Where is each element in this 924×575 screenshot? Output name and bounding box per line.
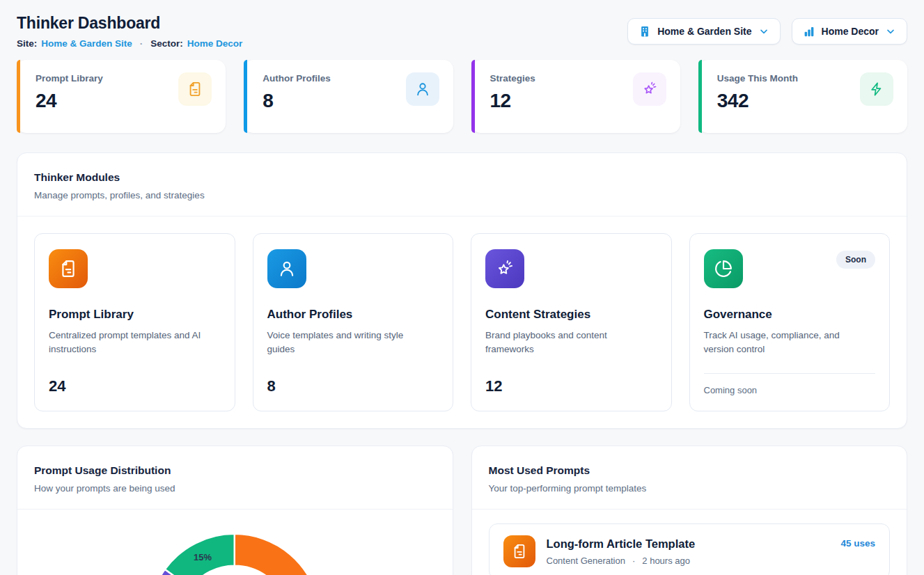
svg-text:15%: 15%: [194, 552, 212, 562]
sector-selector-button[interactable]: Home Decor: [792, 18, 907, 45]
thinker-modules-panel: Thinker Modules Manage prompts, profiles…: [17, 152, 907, 429]
header-actions: Home & Garden Site Home Decor: [627, 18, 907, 45]
page-title: Thinker Dashboard: [17, 14, 242, 33]
stat-card-prompt-library: Prompt Library 24: [17, 60, 226, 133]
usage-distribution-card: Prompt Usage Distribution How your promp…: [17, 446, 453, 575]
module-count: 24: [49, 377, 221, 395]
chevron-down-icon: [758, 26, 769, 37]
module-count: 12: [485, 377, 657, 395]
prompt-list-item[interactable]: Long-form Article Template Content Gener…: [489, 523, 891, 575]
bottom-row: Prompt Usage Distribution How your promp…: [17, 446, 907, 575]
prompt-title: Long-form Article Template: [547, 537, 830, 551]
site-label: Site:: [17, 38, 37, 49]
usage-card-title: Prompt Usage Distribution: [34, 464, 436, 477]
usage-donut-chart: 15%: [17, 510, 453, 575]
pie-chart-icon: [704, 249, 743, 288]
module-card-content-strategies[interactable]: Content Strategies Brand playbooks and c…: [471, 233, 672, 411]
prompt-category: Content Generation: [547, 556, 625, 566]
module-title: Governance: [704, 308, 876, 322]
separator-dot: ·: [632, 556, 635, 566]
usage-card-header: Prompt Usage Distribution How your promp…: [17, 446, 453, 509]
stats-row: Prompt Library 24 Author Profiles 8: [17, 60, 907, 133]
document-icon: [49, 249, 88, 288]
site-sector-line: Site: Home & Garden Site · Sector: Home …: [17, 38, 242, 49]
module-title: Author Profiles: [267, 308, 439, 322]
module-card-prompt-library[interactable]: Prompt Library Centralized prompt templa…: [34, 233, 235, 411]
header-left: Thinker Dashboard Site: Home & Garden Si…: [17, 10, 242, 49]
building-icon: [639, 25, 651, 38]
prompt-uses-badge: 45 uses: [840, 538, 875, 549]
prompt-meta: Content Generation · 2 hours ago: [547, 556, 830, 566]
module-count: 8: [267, 377, 439, 395]
stat-card-author-profiles: Author Profiles 8: [244, 60, 453, 133]
separator-dot: ·: [140, 38, 143, 49]
most-used-header: Most Used Prompts Your top-performing pr…: [472, 446, 907, 509]
prompt-list: Long-form Article Template Content Gener…: [472, 510, 907, 575]
usage-card-subtitle: How your prompts are being used: [34, 483, 436, 494]
modules-title: Thinker Modules: [34, 171, 890, 184]
site-selector-label: Home & Garden Site: [657, 26, 751, 37]
site-selector-button[interactable]: Home & Garden Site: [627, 18, 780, 45]
most-used-title: Most Used Prompts: [489, 464, 891, 477]
modules-header: Thinker Modules Manage prompts, profiles…: [17, 153, 907, 216]
modules-grid: Prompt Library Centralized prompt templa…: [17, 216, 907, 428]
document-icon: [178, 72, 212, 106]
module-description: Track AI usage, compliance, and version …: [704, 329, 868, 357]
header: Thinker Dashboard Site: Home & Garden Si…: [17, 10, 907, 49]
module-card-author-profiles[interactable]: Author Profiles Voice templates and writ…: [253, 233, 454, 411]
stat-card-usage: Usage This Month 342: [698, 60, 907, 133]
zap-icon: [860, 72, 893, 106]
document-icon: [503, 535, 535, 567]
module-description: Voice templates and writing style guides: [267, 329, 431, 357]
star-sparkle-icon: [633, 72, 666, 106]
module-card-governance[interactable]: Soon Governance Track AI usage, complian…: [689, 233, 891, 411]
prompt-time: 2 hours ago: [642, 556, 690, 566]
module-title: Prompt Library: [49, 308, 221, 322]
user-icon: [406, 72, 439, 106]
site-link[interactable]: Home & Garden Site: [41, 38, 132, 49]
most-used-subtitle: Your top-performing prompt templates: [489, 483, 891, 494]
sector-label: Sector:: [150, 38, 183, 49]
sector-link[interactable]: Home Decor: [187, 38, 243, 49]
most-used-prompts-card: Most Used Prompts Your top-performing pr…: [471, 446, 908, 575]
prompt-info: Long-form Article Template Content Gener…: [547, 537, 830, 566]
module-title: Content Strategies: [485, 308, 657, 322]
sector-selector-label: Home Decor: [822, 26, 879, 37]
module-description: Brand playbooks and content frameworks: [485, 329, 649, 357]
star-sparkle-icon: [485, 249, 524, 288]
divider: [704, 373, 876, 374]
dashboard-page: Thinker Dashboard Site: Home & Garden Si…: [0, 0, 924, 575]
chevron-down-icon: [885, 26, 896, 37]
modules-subtitle: Manage prompts, profiles, and strategies: [34, 190, 890, 200]
stat-card-strategies: Strategies 12: [471, 60, 680, 133]
bar-chart-icon: [803, 25, 815, 38]
module-description: Centralized prompt templates and AI inst…: [49, 329, 212, 357]
coming-soon-text: Coming soon: [704, 385, 876, 395]
user-icon: [267, 249, 306, 288]
soon-badge: Soon: [836, 251, 875, 269]
